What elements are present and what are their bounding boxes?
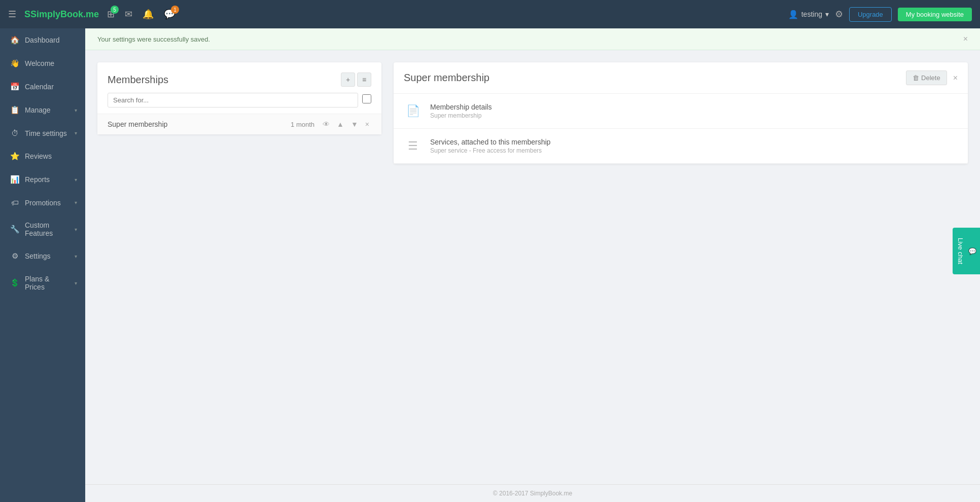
sidebar-item-label: Promotions [25,199,69,207]
services-item[interactable]: ☰ Services, attached to this membership … [394,129,968,164]
membership-delete-icon[interactable]: × [363,119,371,129]
memberships-panel: Memberships + ≡ Super membership 1 month… [97,62,381,134]
close-detail-button[interactable]: × [953,74,958,83]
live-chat-icon: 💬 [968,247,976,255]
sidebar: 🏠 Dashboard 👋 Welcome 📅 Calendar 📋 Manag… [0,28,85,502]
services-text: Services, attached to this membership Su… [430,138,958,154]
layout: 🏠 Dashboard 👋 Welcome 📅 Calendar 📋 Manag… [0,28,980,502]
chat-badge: 1 [171,6,179,14]
footer-text: © 2016-2017 SimplyBook.me [493,490,572,497]
live-chat-label: Live chat [957,238,964,264]
delete-button[interactable]: 🗑 Delete [906,70,947,85]
navbar-right: 👤 testing ▾ ⚙ Upgrade My booking website [788,7,972,22]
manage-icon: 📋 [10,105,20,115]
sidebar-item-label: Welcome [25,59,77,67]
calendar-icon: 📅 [10,82,20,91]
sidebar-item-calendar[interactable]: 📅 Calendar [0,75,85,98]
detail-panel: Super membership 🗑 Delete × 📄 Membership… [394,62,968,164]
settings-nav-icon: ⚙ [10,252,20,261]
delete-label: Delete [921,74,940,82]
membership-row[interactable]: Super membership 1 month 👁 ▲ ▼ × [97,114,381,134]
services-icon: ☰ [404,139,422,153]
plans-icon: 💲 [10,278,20,288]
membership-visibility-icon[interactable]: 👁 [321,119,332,129]
chat-icon-wrap[interactable]: 💬 1 [164,9,175,20]
sidebar-item-dashboard[interactable]: 🏠 Dashboard [0,28,85,52]
bell-icon: 🔔 [143,9,154,19]
sidebar-item-label: Reviews [25,152,77,160]
banner-close-button[interactable]: × [963,34,968,44]
navbar: ☰ SSimplyBook.me ⊞ 5 ✉ 🔔 💬 1 👤 [0,0,980,28]
sidebar-item-label: Settings [25,252,69,260]
welcome-icon: 👋 [10,59,20,68]
services-title: Services, attached to this membership [430,138,958,146]
detail-header-actions: 🗑 Delete × [906,70,958,85]
search-row [97,93,381,114]
sidebar-item-label: Calendar [25,83,77,91]
panel-actions: + ≡ [341,73,371,87]
chevron-down-icon: ▾ [75,200,77,205]
sidebar-item-welcome[interactable]: 👋 Welcome [0,52,85,75]
navbar-icons: ⊞ 5 ✉ 🔔 💬 1 [107,9,175,20]
membership-details-title: Membership details [430,103,958,111]
reports-icon: 📊 [10,175,20,184]
live-chat-button[interactable]: 💬 Live chat [953,228,980,274]
sidebar-item-settings[interactable]: ⚙ Settings ▾ [0,244,85,268]
chevron-down-icon: ▾ [75,280,77,286]
sidebar-item-reviews[interactable]: ⭐ Reviews [0,145,85,168]
membership-up-icon[interactable]: ▲ [335,119,346,129]
sidebar-item-custom-features[interactable]: 🔧 Custom Features ▾ [0,214,85,244]
chevron-down-icon: ▾ [75,177,77,183]
logo-text: SSimplyBook.me [24,9,99,20]
main-content: Your settings were successfully saved. ×… [85,28,980,502]
user-dropdown-icon: ▾ [825,10,829,18]
hamburger-icon[interactable]: ☰ [8,9,16,20]
membership-actions: 👁 ▲ ▼ × [321,119,371,129]
sidebar-item-label: Time settings [25,129,69,137]
user-menu[interactable]: 👤 testing ▾ [788,10,829,19]
bell-icon-wrap[interactable]: 🔔 [143,9,154,20]
settings-icon[interactable]: ⚙ [835,9,843,20]
grid-icon-wrap[interactable]: ⊞ 5 [107,9,115,20]
promotions-icon: 🏷 [10,198,20,207]
username-label: testing [801,10,822,18]
sidebar-item-label: Plans & Prices [25,275,69,291]
user-avatar-icon: 👤 [788,10,798,19]
services-subtitle: Super service - Free access for members [430,147,958,154]
sidebar-item-label: Reports [25,175,69,184]
sidebar-item-plans[interactable]: 💲 Plans & Prices ▾ [0,268,85,298]
membership-down-icon[interactable]: ▼ [349,119,360,129]
membership-name: Super membership [108,120,291,128]
upgrade-button[interactable]: Upgrade [849,7,892,22]
navbar-brand: SSimplyBook.me [24,9,99,20]
success-banner: Your settings were successfully saved. × [85,28,980,50]
membership-duration: 1 month [291,121,314,128]
footer: © 2016-2017 SimplyBook.me [85,484,980,502]
dashboard-icon: 🏠 [10,35,20,45]
sidebar-item-label: Manage [25,106,69,114]
search-input[interactable] [108,93,358,107]
sidebar-item-time-settings[interactable]: ⏱ Time settings ▾ [0,122,85,145]
email-icon: ✉ [125,9,132,19]
sidebar-item-label: Dashboard [25,36,77,44]
chevron-down-icon: ▾ [75,107,77,113]
content-area: Memberships + ≡ Super membership 1 month… [85,50,980,484]
memberships-panel-header: Memberships + ≡ [97,62,381,93]
sidebar-item-reports[interactable]: 📊 Reports ▾ [0,168,85,191]
add-membership-button[interactable]: + [341,73,355,87]
email-icon-wrap[interactable]: ✉ [125,9,132,20]
sidebar-item-promotions[interactable]: 🏷 Promotions ▾ [0,191,85,214]
sidebar-item-manage[interactable]: 📋 Manage ▾ [0,98,85,122]
membership-details-text: Membership details Super membership [430,103,958,119]
custom-features-icon: 🔧 [10,225,20,234]
detail-panel-header: Super membership 🗑 Delete × [394,62,968,94]
list-view-button[interactable]: ≡ [357,73,371,87]
detail-title: Super membership [404,72,489,84]
membership-details-item[interactable]: 📄 Membership details Super membership [394,94,968,129]
my-booking-button[interactable]: My booking website [898,8,972,21]
time-icon: ⏱ [10,129,20,137]
success-message: Your settings were successfully saved. [97,35,210,43]
memberships-title: Memberships [108,74,168,86]
select-all-checkbox[interactable] [362,94,371,103]
grid-badge: 5 [111,6,119,14]
